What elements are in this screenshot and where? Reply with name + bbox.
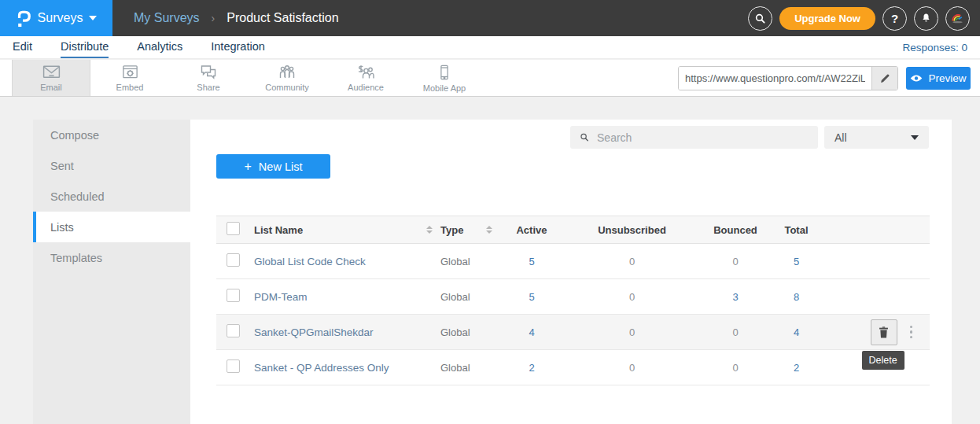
survey-url-input[interactable]	[679, 67, 871, 90]
sidebar-item-sent[interactable]: Sent	[33, 150, 190, 181]
sidebar-item-templates[interactable]: Templates	[33, 242, 190, 273]
channel-share[interactable]: Share	[169, 60, 248, 96]
sort-icon[interactable]	[426, 226, 433, 234]
app-window: Surveys My Surveys › Product Satisfactio…	[0, 0, 980, 424]
upgrade-button[interactable]: Upgrade Now	[779, 7, 875, 30]
active-count[interactable]: 2	[529, 362, 534, 374]
community-icon	[278, 64, 297, 80]
list-name-link[interactable]: Sanket-QPGmailShekdar	[254, 326, 374, 338]
sort-icon[interactable]	[486, 226, 492, 234]
chevron-down-icon	[89, 16, 97, 20]
survey-nav: Edit Distribute Analytics Integration Re…	[0, 36, 980, 59]
sidebar-item-scheduled[interactable]: Scheduled	[33, 181, 190, 212]
list-search	[570, 126, 818, 149]
chevron-down-icon	[911, 135, 919, 140]
bounced-count[interactable]: 0	[732, 256, 738, 267]
search-icon	[580, 132, 589, 142]
search-input[interactable]	[597, 131, 809, 144]
search-icon	[754, 13, 766, 24]
header-bounced: Bounced	[704, 224, 767, 236]
responses-count[interactable]: Responses: 0	[902, 42, 967, 53]
unsubscribed-count[interactable]: 0	[629, 256, 635, 267]
channel-community[interactable]: Community	[248, 60, 326, 96]
edit-url-button[interactable]	[871, 67, 897, 90]
active-count[interactable]: 5	[529, 291, 534, 303]
tab-distribute[interactable]: Distribute	[61, 36, 109, 58]
list-name-link[interactable]: Global List Code Check	[254, 256, 366, 267]
new-list-button[interactable]: + New List	[216, 154, 330, 179]
sidebar-item-lists[interactable]: Lists	[33, 212, 190, 242]
preview-button[interactable]: Preview	[906, 67, 971, 90]
total-count[interactable]: 4	[794, 326, 799, 338]
bounced-count[interactable]: 0	[732, 362, 738, 374]
channel-mobile-app[interactable]: Mobile App	[405, 60, 484, 96]
total-count[interactable]: 2	[794, 362, 799, 374]
product-switcher[interactable]: Surveys	[0, 0, 112, 36]
tab-integration[interactable]: Integration	[211, 36, 265, 58]
table-row: PDM-Team Global 5 0 3 8	[216, 279, 930, 315]
breadcrumb-separator: ›	[212, 12, 216, 24]
table-row: Global List Code Check Global 5 0 0 5	[216, 244, 930, 279]
email-icon	[42, 64, 61, 80]
unsubscribed-count[interactable]: 0	[629, 362, 635, 374]
header-unsubscribed: Unsubscribed	[560, 224, 704, 236]
top-bar: Surveys My Surveys › Product Satisfactio…	[0, 0, 980, 36]
unsubscribed-count[interactable]: 0	[629, 291, 635, 303]
mobile-app-icon	[436, 64, 453, 81]
trash-icon	[878, 326, 890, 339]
header-total: Total	[767, 224, 826, 236]
bounced-count[interactable]: 0	[732, 326, 738, 338]
bounced-count[interactable]: 3	[732, 291, 738, 303]
row-checkbox[interactable]	[227, 359, 240, 373]
bell-icon	[920, 12, 932, 24]
total-count[interactable]: 8	[794, 291, 799, 303]
breadcrumb-my-surveys[interactable]: My Surveys	[134, 11, 200, 25]
channel-embed[interactable]: Embed	[90, 60, 169, 96]
content-area: Compose Sent Scheduled Lists Templates A…	[0, 98, 980, 424]
audience-icon	[356, 64, 375, 80]
list-name-link[interactable]: PDM-Team	[254, 291, 308, 303]
eye-icon	[910, 74, 923, 83]
header-type: Type	[440, 224, 463, 236]
embed-icon	[121, 64, 139, 80]
list-name-link[interactable]: Sanket - QP Addresses Only	[254, 362, 389, 374]
share-icon	[199, 64, 218, 80]
header-active: Active	[503, 224, 560, 236]
unsubscribed-count[interactable]: 0	[629, 326, 635, 338]
survey-link-group	[678, 66, 898, 90]
lists-table: List Name Type Active Unsubscribed Bounc…	[216, 216, 930, 385]
avatar-gauge-icon	[950, 12, 965, 25]
filter-dropdown[interactable]: All	[824, 126, 929, 149]
delete-list-button[interactable]	[871, 319, 897, 345]
topbar-actions: Upgrade Now ?	[748, 6, 980, 31]
channel-audience[interactable]: Audience	[326, 60, 405, 96]
active-count[interactable]: 4	[529, 326, 534, 338]
product-label: Surveys	[38, 11, 83, 25]
account-avatar[interactable]	[945, 6, 970, 31]
search-button[interactable]	[748, 6, 772, 31]
delete-tooltip: Delete	[862, 351, 904, 370]
active-count[interactable]: 5	[529, 256, 534, 267]
table-header-row: List Name Type Active Unsubscribed Bounc…	[216, 216, 930, 244]
channel-email[interactable]: Email	[12, 60, 90, 96]
row-checkbox[interactable]	[227, 253, 240, 267]
row-menu-button[interactable]	[908, 324, 915, 341]
sidebar-item-compose[interactable]: Compose	[33, 120, 190, 150]
row-checkbox[interactable]	[227, 324, 240, 337]
total-count[interactable]: 5	[794, 256, 799, 267]
plus-icon: +	[245, 160, 252, 174]
notifications-button[interactable]	[914, 6, 938, 31]
breadcrumb: My Surveys › Product Satisfaction	[134, 11, 339, 25]
tab-edit[interactable]: Edit	[13, 36, 32, 58]
questionpro-logo-icon	[16, 9, 31, 28]
tab-analytics[interactable]: Analytics	[137, 36, 182, 58]
header-list-name: List Name	[254, 224, 303, 236]
table-row: Sanket - QP Addresses Only Global 2 0 0 …	[216, 350, 930, 385]
email-sidebar: Compose Sent Scheduled Lists Templates	[33, 120, 190, 424]
help-button[interactable]: ?	[882, 6, 907, 31]
table-row: Sanket-QPGmailShekdar Global 4 0 0 4 Del…	[216, 315, 930, 350]
select-all-checkbox[interactable]	[227, 222, 240, 235]
filter-selected-value: All	[834, 131, 847, 144]
row-checkbox[interactable]	[227, 289, 240, 302]
breadcrumb-current: Product Satisfaction	[227, 11, 338, 25]
